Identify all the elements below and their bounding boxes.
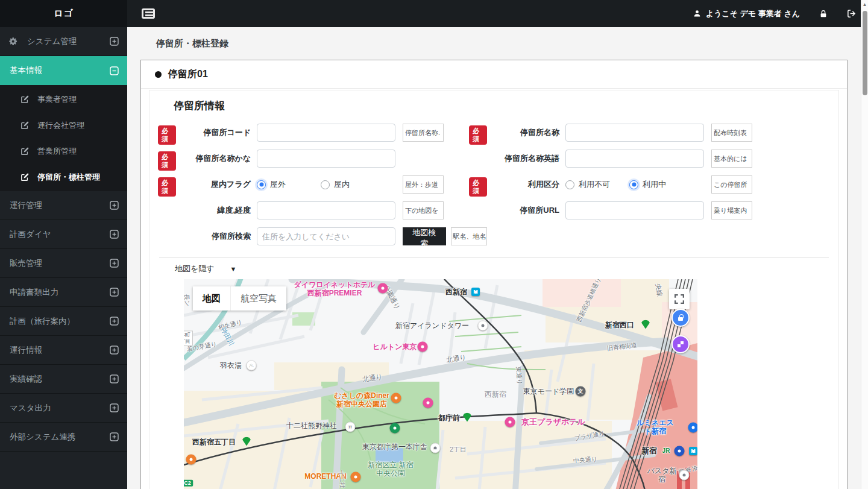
map-type-control: 地図 航空写真	[193, 286, 286, 311]
map-grid-control[interactable]	[671, 335, 690, 353]
browser-scrollbar[interactable]: ▲	[861, 0, 868, 489]
expand-icon[interactable]	[110, 230, 119, 239]
radio-outdoor[interactable]: 屋外	[257, 179, 321, 190]
place-pin[interactable]	[679, 470, 690, 481]
sidebar-group-item[interactable]: 計画ダイヤ	[0, 220, 127, 249]
expand-icon[interactable]	[110, 403, 119, 412]
hotel-pin[interactable]	[378, 283, 388, 294]
sidebar-group-item[interactable]: マスタ出力	[0, 394, 127, 423]
map-search-button[interactable]: 地図検索	[403, 227, 446, 245]
stop-search-input[interactable]	[257, 227, 395, 245]
government-pin[interactable]: ⌂	[430, 443, 441, 453]
sidebar-group-item[interactable]: 実績確認	[0, 365, 127, 394]
bus-stop-title: 停留所01	[168, 68, 208, 81]
required-badge: 必須	[469, 177, 487, 197]
bus-stop-card: 停留所01 停留所情報 必須 停留所コード 停留所名称. 必須 停留所名称 配布…	[140, 60, 848, 489]
triangle-down-icon: ▼	[230, 265, 237, 273]
topbar: ようこそ デモ 事業者 さん	[127, 0, 868, 27]
stop-url-input[interactable]	[565, 201, 704, 219]
park-pin[interactable]	[390, 423, 400, 434]
poi-pin[interactable]	[688, 423, 698, 433]
stop-name-en-label: 停留所名称英語	[487, 150, 565, 168]
hide-map-toggle[interactable]: 地図を隠す ▼	[175, 263, 830, 274]
toei-logo-pin[interactable]	[675, 446, 685, 456]
logout-icon[interactable]	[847, 9, 856, 18]
sidebar-submenu: 事業者管理運行会社管理営業所管理停留所・標柱管理	[0, 85, 127, 191]
cafe-pin[interactable]	[391, 393, 401, 403]
sidebar-group-item[interactable]: 外部システム連携	[0, 423, 127, 452]
stop-kana-input[interactable]	[257, 150, 395, 168]
shrine-pin[interactable]: π	[345, 422, 356, 432]
latlng-label: 緯度,経度	[176, 201, 257, 219]
expand-icon[interactable]	[110, 259, 119, 268]
sidebar-group-item[interactable]: 申請書類出力	[0, 278, 127, 307]
pencil-square-icon	[20, 121, 29, 130]
sidebar-subitem[interactable]: 停留所・標柱管理	[0, 164, 127, 190]
hotel-pin[interactable]	[423, 398, 433, 408]
scrollbar-up-arrow[interactable]: ▲	[861, 0, 868, 8]
stop-name-en-input[interactable]	[565, 150, 704, 168]
card-header: 停留所01	[141, 60, 847, 89]
cafe-pin[interactable]	[186, 455, 197, 465]
collapse-icon[interactable]	[110, 66, 119, 75]
required-badge: 必須	[158, 151, 176, 171]
stop-name-hint: 配布時刻表	[711, 124, 752, 142]
usage-hint: この停留所	[711, 175, 752, 194]
radio-indoor-button[interactable]	[321, 180, 330, 189]
sidebar-group-item[interactable]: 基本情報	[0, 56, 127, 85]
sidebar-group-item[interactable]: 販売管理	[0, 249, 127, 278]
expand-icon[interactable]	[110, 288, 119, 297]
map-lock-control[interactable]	[671, 309, 690, 327]
sidebar: ロゴ システム管理基本情報事業者管理運行会社管理営業所管理停留所・標柱管理運行管…	[0, 0, 127, 489]
google-map[interactable]: 地図 航空写真 ダイワロイネットホテル 西新宿PREMIER公園通り西新宿西新宿…	[184, 279, 697, 489]
hotel-pin[interactable]	[505, 417, 515, 427]
sidebar-group-item[interactable]: 運行管理	[0, 191, 127, 220]
sidebar-subitem[interactable]: 事業者管理	[0, 86, 127, 112]
stop-name-input[interactable]	[565, 124, 704, 142]
expand-icon[interactable]	[110, 317, 119, 326]
required-badge: 必須	[469, 125, 487, 145]
sidebar-subitem[interactable]: 営業所管理	[0, 138, 127, 164]
pencil-square-icon	[20, 173, 29, 181]
stop-name-en-hint: 基本的には	[711, 150, 752, 168]
expand-icon[interactable]	[110, 345, 119, 355]
stop-name-label: 停留所名称	[487, 124, 565, 142]
expand-icon[interactable]	[110, 37, 119, 46]
cafe-pin[interactable]	[351, 472, 361, 482]
radio-outdoor-button[interactable]	[257, 180, 266, 189]
expand-icon[interactable]	[110, 201, 119, 210]
sidebar-subitem[interactable]: 運行会社管理	[0, 112, 127, 138]
sidebar-group-item[interactable]: 計画（旅行案内）	[0, 307, 127, 336]
school-pin[interactable]: 文	[576, 386, 586, 397]
sidebar-group-item[interactable]: システム管理	[0, 27, 127, 56]
scrollbar-thumb[interactable]	[863, 11, 867, 95]
welcome-user: ようこそ デモ 事業者 さん	[693, 8, 800, 19]
stop-search-label: 停留所検索	[176, 227, 257, 245]
expand-icon[interactable]	[110, 432, 119, 441]
fullscreen-button[interactable]	[669, 289, 690, 309]
metro-station-pin[interactable]: M	[471, 288, 480, 296]
latlng-input[interactable]	[257, 201, 395, 219]
bus-stop-info-panel: 停留所情報 必須 停留所コード 停留所名称. 必須 停留所名称 配布時刻表 必須	[149, 90, 839, 489]
radio-unavailable[interactable]: 利用不可	[565, 179, 629, 190]
onsen-pin[interactable]: ♨	[247, 361, 257, 371]
sidebar-group-item[interactable]: 運行情報	[0, 336, 127, 365]
place-pin[interactable]	[478, 321, 488, 331]
app-logo: ロゴ	[0, 0, 127, 27]
stop-code-input[interactable]	[257, 124, 395, 142]
radio-in-use[interactable]: 利用中	[629, 179, 693, 190]
indoor-flag-hint: 屋外：歩道	[403, 175, 444, 194]
radio-unavailable-button[interactable]	[565, 180, 574, 189]
map-type-satellite-button[interactable]: 航空写真	[230, 286, 286, 311]
metro-logo-pin[interactable]: M	[689, 447, 697, 455]
expand-icon[interactable]	[110, 374, 119, 383]
gear-icon	[8, 37, 17, 46]
radio-indoor[interactable]: 屋内	[321, 179, 385, 190]
required-badge: 必須	[158, 125, 176, 145]
hotel-pin[interactable]	[418, 342, 428, 352]
lock-icon[interactable]	[819, 10, 828, 18]
map-type-map-button[interactable]: 地図	[193, 286, 230, 311]
sidebar-nav: システム管理基本情報事業者管理運行会社管理営業所管理停留所・標柱管理運行管理計画…	[0, 27, 127, 489]
radio-in-use-button[interactable]	[629, 180, 638, 189]
sidebar-toggle-icon[interactable]	[142, 8, 155, 19]
